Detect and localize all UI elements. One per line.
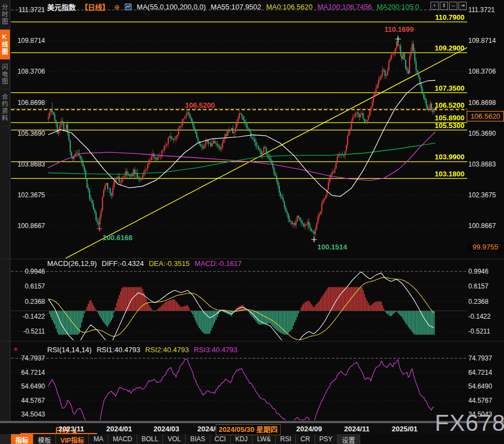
date-tick: 2025/01 — [392, 425, 418, 433]
tab-psy[interactable]: PSY — [315, 434, 338, 444]
date-tick: 2024/11 — [344, 425, 369, 433]
tab-templates[interactable]: 模板 — [33, 434, 56, 444]
tab-vip-indicators[interactable]: VIP指标 — [56, 434, 89, 444]
rsi1-value: RSI1:40.4793 — [97, 346, 141, 354]
tab-ma[interactable]: MA — [89, 434, 108, 444]
date-axis: 日线 ▲ 2024/05/30 星期四 2023/112024/012024/0… — [0, 421, 504, 434]
tab-rsi[interactable]: RSI — [276, 434, 296, 444]
rsi3-value: RSI3:40.4793 — [194, 346, 238, 354]
date-tick: 2024/01 — [107, 425, 132, 433]
ma100-value: MA100:106.7456 — [317, 3, 372, 11]
tabbar-corner — [0, 434, 11, 444]
tab-bias[interactable]: BIAS — [186, 434, 210, 444]
tab-settings[interactable]: 设置 — [338, 434, 360, 444]
move-tool-icon[interactable]: + — [430, 2, 439, 10]
zoom-vertical-icon[interactable]: ⇕ — [440, 2, 448, 10]
macd-value: MACD:-0.1617 — [194, 259, 242, 268]
tab-vol[interactable]: VOL — [163, 434, 186, 444]
tab-kdj[interactable]: KDJ — [231, 434, 253, 444]
ma-params-label: MA(55,0,100,200,0,0) — [137, 3, 206, 11]
chart-style-icon[interactable] — [125, 3, 132, 10]
tab-cci[interactable]: CCI — [210, 434, 231, 444]
crosshair-price-tag: 106.5620 — [467, 111, 504, 121]
period-badge[interactable]: 【日线】 — [81, 2, 109, 12]
rsi2-value: RSI2:40.4793 — [145, 346, 189, 354]
tab-boll[interactable]: BOLL — [137, 434, 164, 444]
macd-diff-value: DIFF:-0.4324 — [102, 259, 144, 268]
bottom-tab-bar: 指标模板VIP指标MAMACDBOLLVOLBIASCCIKDJLW&RSICR… — [11, 434, 360, 444]
add-indicator-icon[interactable]: ⊕ — [114, 3, 120, 11]
ma200-value: MA200:105.0 — [377, 3, 419, 11]
chart-application: 分时图K线图闪电图合约资料 111.3721111.3721109.871410… — [0, 0, 504, 444]
tab-macd[interactable]: MACD — [108, 434, 137, 444]
crosshair-date-tag: 2024/05/30 星期四 — [216, 424, 281, 435]
tabbar-active-strip — [20, 433, 97, 434]
macd-dea-value: DEA:-0.3515 — [149, 259, 189, 268]
tab-indicators[interactable]: 指标 — [11, 434, 33, 444]
alert-blink-icon: ☀ — [13, 346, 19, 353]
shift-right-icon[interactable]: ⇥ — [458, 2, 467, 10]
chart-toolbar: +⇕⇔⇥ — [430, 2, 467, 10]
ma55-value: MA55:107.9502 — [211, 3, 261, 11]
rsi-header: RSI(14,14,14) RSI1:40.4793 RSI2:40.4793 … — [47, 346, 237, 354]
tab-lw[interactable]: LW& — [253, 434, 276, 444]
macd-header: MACD(26,12,9) DIFF:-0.4324 DEA:-0.3515 M… — [47, 259, 242, 268]
date-tick: 2023/11 — [59, 425, 84, 433]
date-tick: 2024/03 — [154, 425, 180, 433]
zoom-horizontal-icon[interactable]: ⇔ — [449, 2, 457, 10]
macd-title: MACD(26,12,9) — [47, 259, 97, 268]
tab-cr[interactable]: CR — [296, 434, 315, 444]
date-tick: 2024/09 — [296, 425, 322, 433]
symbol-name: 美元指数 — [47, 2, 76, 12]
chart-canvas[interactable] — [0, 0, 504, 421]
main-chart-legend: 美元指数 【日线】 ⊕ MA(55,0,100,200,0,0) MA55:10… — [47, 2, 419, 12]
ma0-value: MA0:106.5620 — [266, 3, 313, 11]
price-up-arrow-icon: ▲ — [433, 105, 438, 110]
low-price-tag: 99.9755 — [467, 242, 503, 252]
rsi-title: RSI(14,14,14) — [47, 346, 92, 354]
